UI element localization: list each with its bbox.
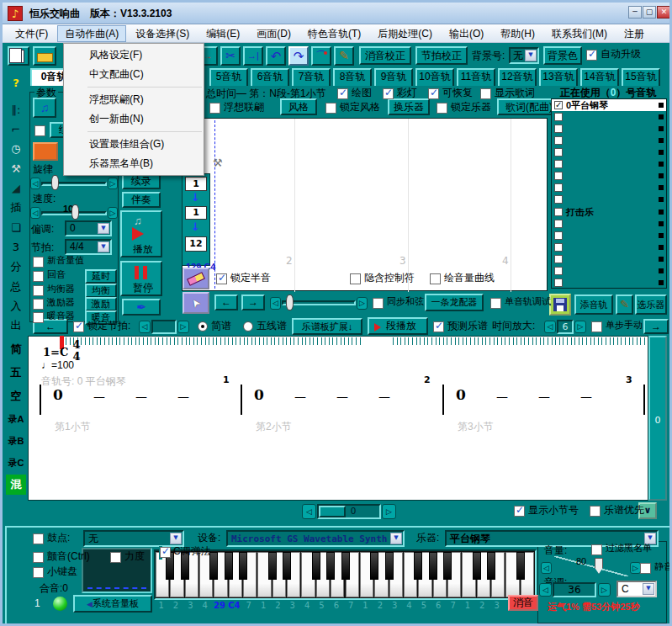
menu-item-8[interactable]: 帮助(H) bbox=[493, 25, 542, 42]
lockbeat-value[interactable] bbox=[151, 320, 177, 334]
record-c[interactable]: 录C bbox=[6, 453, 26, 473]
track-mute-square[interactable] bbox=[659, 268, 664, 273]
play-button[interactable]: ♫ 播放 bbox=[120, 210, 162, 257]
score-expand-button[interactable]: 乐谱板扩展↓ bbox=[292, 318, 362, 335]
track-checkbox[interactable] bbox=[554, 172, 563, 180]
track-mute-square[interactable] bbox=[659, 162, 664, 167]
lock-style-checkbox[interactable] bbox=[325, 103, 336, 114]
track-mute-square[interactable] bbox=[659, 150, 664, 155]
one-stop-button[interactable]: 一条龙配器 bbox=[425, 294, 484, 311]
menu-item-2[interactable]: 设备选择(S) bbox=[128, 25, 197, 42]
melody-slider-right[interactable]: ▷ bbox=[108, 178, 118, 189]
segment-play-button[interactable]: 段播放 bbox=[368, 317, 428, 335]
dropdown-item-4[interactable]: 设置最佳组合(G) bbox=[64, 135, 204, 154]
tab-11音轨[interactable]: 11音轨 bbox=[457, 68, 495, 86]
show-bar-numbers-checkbox[interactable] bbox=[514, 506, 525, 517]
mute-checkbox[interactable] bbox=[640, 563, 651, 574]
延时-button[interactable]: 延时 bbox=[85, 269, 117, 284]
hslider-right[interactable]: ▷ bbox=[357, 297, 368, 310]
repeat-sign-icon[interactable]: ‖: bbox=[7, 102, 25, 119]
scissors-button[interactable]: ✂ bbox=[220, 46, 241, 66]
jianpu-mode[interactable]: 简 bbox=[6, 339, 26, 359]
track-checkbox[interactable] bbox=[554, 231, 563, 240]
hidden-control-checkbox[interactable] bbox=[350, 273, 361, 284]
triplet-icon[interactable]: 3 bbox=[7, 239, 25, 256]
black-key[interactable] bbox=[443, 552, 452, 580]
hslider-thumb[interactable] bbox=[286, 294, 294, 310]
filter-blacklist-checkbox[interactable] bbox=[591, 544, 602, 555]
track-checkbox[interactable] bbox=[554, 136, 563, 145]
staff-hscroll-thumb[interactable] bbox=[319, 506, 346, 517]
step-button[interactable]: →| bbox=[243, 46, 263, 66]
track-checkbox[interactable] bbox=[554, 267, 563, 275]
track-mute-square[interactable] bbox=[659, 138, 664, 143]
add-track-button[interactable]: 添音轨 bbox=[574, 294, 613, 315]
meter-select[interactable]: 4/4 ▼ bbox=[65, 239, 112, 255]
scroll-right-button[interactable]: → bbox=[241, 294, 265, 310]
velocity-checkbox[interactable] bbox=[110, 552, 121, 563]
c-mode-checkbox[interactable] bbox=[160, 547, 171, 558]
black-key[interactable] bbox=[312, 552, 320, 580]
track-row-8[interactable] bbox=[552, 194, 666, 205]
score-right-button[interactable]: → bbox=[643, 319, 669, 334]
score-priority-checkbox[interactable] bbox=[590, 506, 601, 517]
track-checkbox[interactable] bbox=[554, 183, 563, 192]
pause-button[interactable]: 暂停 bbox=[120, 261, 162, 296]
single-track-debug-checkbox[interactable] bbox=[490, 298, 501, 309]
menu-item-10[interactable]: 注册 bbox=[616, 25, 652, 42]
track-mute-square[interactable] bbox=[659, 114, 664, 119]
menu-item-9[interactable]: 联系我们(M) bbox=[544, 25, 615, 42]
bracket-icon[interactable]: ⌐ bbox=[7, 121, 25, 138]
track-mute-square[interactable] bbox=[659, 257, 664, 262]
effect-1-checkbox[interactable] bbox=[33, 271, 44, 282]
help-icon[interactable]: ? bbox=[7, 75, 25, 92]
crescendo-icon[interactable]: ◢ bbox=[7, 180, 25, 197]
music-note-button[interactable]: ♫ bbox=[33, 98, 56, 118]
tab-12音轨[interactable]: 12音轨 bbox=[498, 68, 537, 86]
auto-upgrade-checkbox[interactable] bbox=[586, 50, 597, 61]
tab-5音轨[interactable]: 5音轨 bbox=[209, 68, 248, 86]
pen-tool-button[interactable]: ✒ bbox=[122, 299, 161, 316]
track-row-6[interactable] bbox=[552, 170, 666, 182]
swap-instrument-button[interactable]: 换乐器 bbox=[388, 98, 430, 115]
track-mute-square[interactable] bbox=[659, 221, 664, 226]
track-mute-square[interactable] bbox=[659, 210, 664, 215]
fancy-compose-checkbox[interactable] bbox=[209, 103, 220, 114]
title-bar[interactable]: ♪ 恒乐交响曲 版本：V13.3.2103 ─ ▢ ✕ bbox=[3, 3, 669, 24]
dropdown-item-5[interactable]: 乐器黑名单(B) bbox=[64, 154, 204, 173]
accompany-button[interactable]: 伴奏 bbox=[122, 192, 161, 208]
tab-13音轨[interactable]: 13音轨 bbox=[539, 68, 578, 86]
drum-select[interactable]: 无 ▼ bbox=[83, 530, 184, 547]
wrench-icon[interactable]: ⚒ bbox=[7, 161, 25, 178]
staff-radio[interactable] bbox=[243, 321, 253, 332]
staff-mode[interactable]: 五 bbox=[6, 363, 26, 383]
track-row-13[interactable] bbox=[552, 253, 666, 265]
scroll-left-button[interactable]: ← bbox=[214, 294, 238, 310]
dropdown-arrow-icon[interactable]: ▼ bbox=[525, 50, 537, 61]
dropdown-arrow-icon[interactable]: ▼ bbox=[390, 533, 402, 544]
device-select[interactable]: Microsoft GS Wavetable Synth ▼ bbox=[226, 530, 405, 547]
melody-slider-thumb[interactable] bbox=[51, 175, 59, 190]
staff-hscroll-right[interactable]: ▷ bbox=[382, 504, 396, 519]
key-select[interactable]: C ▼ bbox=[616, 581, 657, 597]
black-key[interactable] bbox=[209, 552, 218, 580]
single-step-checkbox[interactable] bbox=[591, 321, 602, 332]
black-key[interactable] bbox=[473, 552, 481, 580]
dropdown-item-0[interactable]: 风格设定(F) bbox=[64, 45, 204, 65]
mute-correct-button[interactable]: 消音校正 bbox=[359, 46, 411, 65]
track-checkbox[interactable]: ✓ bbox=[554, 101, 563, 109]
speed-slider-thumb[interactable] bbox=[71, 204, 79, 220]
value-box-1[interactable]: 1 bbox=[185, 177, 207, 191]
lock-beat-checkbox[interactable] bbox=[73, 321, 84, 332]
track-checkbox[interactable] bbox=[554, 243, 563, 252]
track-checkbox[interactable] bbox=[554, 160, 563, 168]
new-document-icon[interactable] bbox=[9, 48, 22, 63]
black-key[interactable] bbox=[414, 552, 422, 580]
jianpu-radio[interactable] bbox=[198, 321, 208, 332]
track-checkbox[interactable] bbox=[554, 195, 563, 204]
pitch-spin-left[interactable]: ◁ bbox=[539, 583, 552, 597]
master-icon[interactable]: 总 bbox=[7, 279, 25, 295]
track-checkbox[interactable] bbox=[554, 125, 563, 133]
clock-icon[interactable]: ◷ bbox=[7, 141, 25, 157]
dropdown-arrow-icon[interactable]: ▼ bbox=[643, 583, 654, 595]
